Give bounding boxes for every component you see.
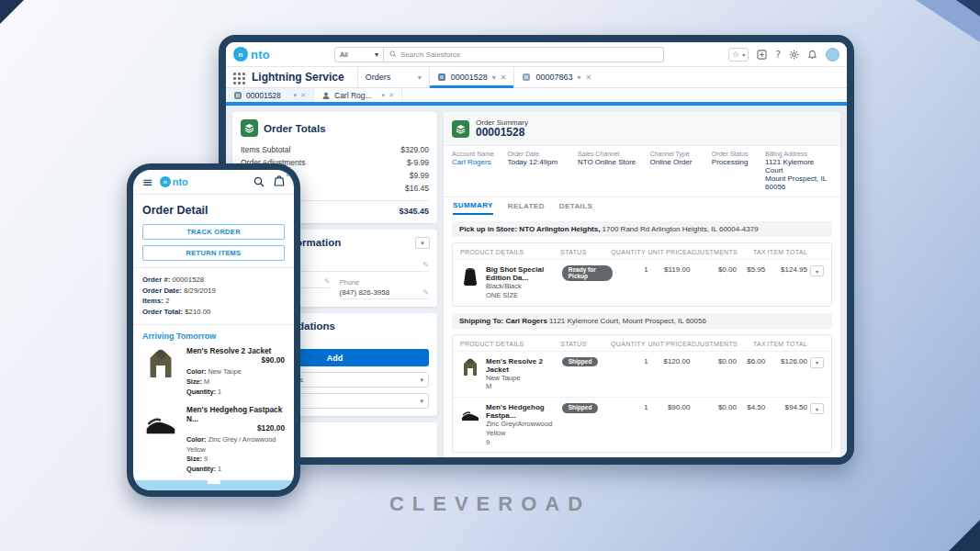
product-image-backpack [460, 265, 480, 287]
tablet-device-frame: n nto All ▾ Search Salesforce ☆▾ ? Light… [219, 35, 854, 465]
table-header-row: PRODUCT DETAILS STATUS QUANTITY UNIT PRI… [453, 243, 831, 259]
tab-label: 00007863 [535, 73, 572, 82]
order-icon [522, 73, 531, 82]
order-summary-card: Order Summary 00001528 Account Name Carl… [444, 112, 840, 457]
account-name-link[interactable]: Carl Rogers [452, 158, 500, 166]
nto-logo-text: nto [173, 176, 188, 187]
close-icon[interactable]: ✕ [300, 92, 306, 99]
row-actions-button[interactable]: ▾ [810, 403, 824, 414]
row-actions-button[interactable]: ▾ [810, 357, 824, 368]
search-icon[interactable] [253, 176, 265, 187]
tab-details[interactable]: DETAILS [559, 197, 592, 215]
chevron-down-icon: ▾ [418, 73, 422, 82]
product-name: Men's Hedgehog Fastpa... [486, 403, 562, 420]
hamburger-menu-icon[interactable]: ≡ [142, 175, 153, 188]
close-icon[interactable]: ✕ [389, 92, 394, 99]
status-badge: Ready for Pickup [562, 265, 613, 281]
chevron-down-icon: ▾ [492, 73, 496, 82]
close-icon[interactable]: ✕ [586, 73, 592, 82]
cart-count-badge: 0 [287, 172, 289, 177]
chevron-down-icon: ▾ [578, 73, 581, 82]
order-total-row: Order Total: $210.00 [142, 307, 285, 318]
contact-phone-field[interactable]: (847) 826-3958✎ [340, 287, 430, 299]
row-actions-button[interactable]: ▾ [810, 265, 824, 276]
edit-pencil-icon[interactable]: ✎ [422, 261, 429, 269]
background-shape [0, 0, 24, 24]
tab-summary[interactable]: SUMMARY [453, 197, 493, 215]
field-sales-channel: Sales Channel NTO Online Store [578, 151, 650, 191]
product-size: M [486, 382, 562, 391]
table-header-row: PRODUCT DETAILS STATUS QUANTITY UNIT PRI… [453, 335, 831, 351]
app-launcher-icon [233, 73, 236, 75]
setup-gear-icon[interactable] [789, 50, 799, 60]
add-box-icon[interactable] [757, 50, 767, 60]
chevron-down-icon: ▾ [420, 377, 423, 384]
order-highlights: Account Name Carl Rogers Order Date Toda… [444, 145, 840, 197]
product-name: Men's Hedgehog Fastpack N... [186, 405, 285, 423]
search-scope-select[interactable]: All ▾ [334, 47, 384, 62]
phone-bottom-bar[interactable] [133, 480, 294, 490]
card-actions-button[interactable]: ▾ [415, 237, 430, 249]
nto-logo-text: nto [251, 48, 270, 62]
tab-related[interactable]: RELATED [508, 197, 545, 215]
nto-logo-icon: n [233, 47, 248, 62]
return-items-button[interactable]: RETURN ITEMS [142, 245, 285, 261]
phone-product-row: Men's Hedgehog Fastpack N... $120.00 Col… [142, 405, 285, 476]
subtab-label: Carl Rog... [334, 91, 372, 100]
product-image-jacket [142, 346, 179, 385]
help-icon[interactable]: ? [775, 50, 781, 60]
phone-product-row: Men's Resolve 2 Jacket $90.00 Color: New… [142, 346, 285, 398]
subtab-contact-carl-rogers[interactable]: Carl Rog... ▾ ✕ [314, 88, 402, 102]
table-row: Men's Resolve 2 Jacket New Taupe M Shipp… [453, 351, 831, 398]
app-name: Lightning Service [250, 67, 357, 87]
table-row: Big Shot Special Edition Da... Black/Bla… [453, 259, 831, 306]
edit-pencil-icon[interactable]: ✎ [324, 277, 331, 286]
track-order-button[interactable]: TRACK ORDER [142, 224, 285, 240]
chevron-down-icon: ▾ [420, 398, 423, 405]
subtab-order-00001528[interactable]: 00001528 ▾ ✕ [226, 88, 314, 102]
chevron-down-icon: ▾ [294, 92, 298, 99]
favorites-button[interactable]: ☆▾ [728, 48, 749, 62]
cart-bag-icon[interactable]: 0 [274, 174, 285, 190]
edit-pencil-icon[interactable]: ✎ [422, 288, 429, 297]
field-account-name: Account Name Carl Rogers [452, 151, 507, 191]
status-badge: Shipped [562, 357, 599, 367]
product-size: 9 [486, 438, 562, 447]
subtab-label: 00001528 [246, 91, 281, 100]
shipping-products-table: PRODUCT DETAILS STATUS QUANTITY UNIT PRI… [452, 334, 832, 454]
search-scope-value: All [340, 51, 348, 59]
global-search-input[interactable]: Search Salesforce [384, 47, 664, 62]
order-items-row: Items: 2 [142, 296, 285, 307]
product-name: Big Shot Special Edition Da... [486, 265, 562, 282]
global-header: n nto All ▾ Search Salesforce ☆▾ ? [226, 42, 847, 67]
chevron-down-icon: ▾ [742, 51, 745, 58]
star-icon: ☆ [732, 50, 739, 59]
field-channel-type: Channel Type Online Order [650, 151, 712, 191]
user-avatar[interactable] [826, 48, 839, 62]
background-shape [949, 520, 980, 551]
product-variant: New Taupe [486, 374, 562, 383]
order-info: Order #: 00001528 Order Date: 8/29/2019 … [142, 275, 285, 318]
app-launcher-button[interactable] [226, 67, 250, 87]
nto-logo: n nto [160, 176, 188, 187]
product-price: $120.00 [186, 423, 285, 433]
tab-orders[interactable]: Orders ▾ [357, 67, 429, 87]
pickup-products-table: PRODUCT DETAILS STATUS QUANTITY UNIT PRI… [452, 242, 832, 307]
order-summary-icon [452, 120, 469, 138]
arriving-tomorrow-heading: Arriving Tomorrow [142, 332, 285, 341]
product-image-shoes [142, 405, 179, 444]
notifications-bell-icon[interactable] [807, 50, 817, 60]
close-icon[interactable]: ✕ [501, 73, 507, 82]
product-variant: Zinc Grey/Arrowwood Yellow [486, 420, 562, 438]
product-variant: Black/Black [486, 282, 562, 291]
nto-logo: n nto [233, 47, 334, 62]
search-icon [389, 51, 397, 58]
tab-order-00001528[interactable]: 00001528 ▾ ✕ [429, 67, 514, 87]
tab-orders-label: Orders [366, 73, 391, 82]
salesforce-app: n nto All ▾ Search Salesforce ☆▾ ? Light… [226, 42, 847, 457]
tab-order-00007863[interactable]: 00007863 ▾ ✕ [513, 67, 599, 87]
phone-device-frame: ≡ n nto 0 Order Detail TRACK ORDER RETUR… [127, 163, 300, 497]
product-price: $90.00 [186, 355, 285, 365]
order-totals-title: Order Totals [264, 123, 326, 134]
main-content: Order Totals Items Subtotal$329.00 Order… [226, 106, 847, 457]
